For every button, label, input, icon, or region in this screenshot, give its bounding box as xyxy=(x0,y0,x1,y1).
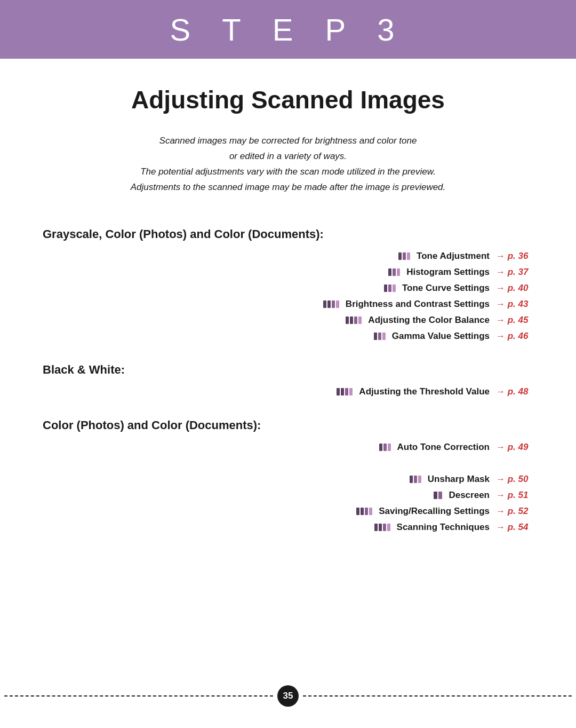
item-page: → p. 36 xyxy=(496,251,533,262)
item-icon xyxy=(398,252,410,260)
item-label: Adjusting the Color Balance xyxy=(368,315,490,326)
list-item: Tone Curve Settings → p. 40 xyxy=(43,283,533,294)
list-item: Tone Adjustment → p. 36 xyxy=(43,251,533,262)
item-label: Adjusting the Threshold Value xyxy=(359,386,490,397)
bottom-bar: 35 xyxy=(0,685,576,707)
item-icon xyxy=(374,524,390,531)
item-icon xyxy=(356,508,372,515)
page-number: 35 xyxy=(277,685,299,707)
list-item: Gamma Value Settings → p. 46 xyxy=(43,331,533,342)
item-icon xyxy=(384,284,396,292)
item-page: → p. 51 xyxy=(496,490,533,501)
list-item: Brightness and Contrast Settings → p. 43 xyxy=(43,299,533,310)
item-page: → p. 40 xyxy=(496,283,533,294)
list-item: Adjusting the Threshold Value → p. 48 xyxy=(43,386,533,397)
item-label: Brightness and Contrast Settings xyxy=(346,299,490,310)
header-bar: S T E P 3 xyxy=(0,0,576,59)
grayscale-items: Tone Adjustment → p. 36 Histogram Settin… xyxy=(43,251,533,342)
list-item: Histogram Settings → p. 37 xyxy=(43,267,533,278)
item-icon xyxy=(379,444,391,451)
item-icon xyxy=(374,333,386,340)
item-page: → p. 49 xyxy=(496,442,533,453)
step-title: S T E P 3 xyxy=(170,12,406,48)
item-icon xyxy=(346,316,362,324)
item-page: → p. 45 xyxy=(496,315,533,326)
item-page: → p. 50 xyxy=(496,474,533,485)
item-label: Gamma Value Settings xyxy=(392,331,490,342)
item-label: Descreen xyxy=(449,490,490,501)
intro-line-4: Adjustments to the scanned image may be … xyxy=(43,180,533,195)
page-title: Adjusting Scanned Images xyxy=(43,85,533,114)
section-grayscale-title: Grayscale, Color (Photos) and Color (Doc… xyxy=(43,227,533,241)
item-page: → p. 43 xyxy=(496,299,533,310)
item-icon xyxy=(388,268,400,276)
dash-line-left xyxy=(4,695,273,697)
item-label: Unsharp Mask xyxy=(428,474,490,485)
item-label: Auto Tone Correction xyxy=(397,442,490,453)
item-label: Tone Adjustment xyxy=(417,251,490,262)
item-page: → p. 54 xyxy=(496,522,533,533)
list-item: Unsharp Mask → p. 50 xyxy=(43,474,533,485)
item-page: → p. 48 xyxy=(496,386,533,397)
section-bw-title: Black & White: xyxy=(43,363,533,377)
bw-items: Adjusting the Threshold Value → p. 48 xyxy=(43,386,533,397)
dash-line-right xyxy=(303,695,572,697)
item-icon xyxy=(337,388,353,395)
list-item: Descreen → p. 51 xyxy=(43,490,533,501)
item-icon xyxy=(323,300,339,308)
list-item: Saving/Recalling Settings → p. 52 xyxy=(43,506,533,517)
color-items: Auto Tone Correction → p. 49 xyxy=(43,442,533,453)
item-label: Scanning Techniques xyxy=(397,522,490,533)
item-icon xyxy=(434,492,442,499)
section-color: Color (Photos) and Color (Documents): Au… xyxy=(43,418,533,453)
section-bw: Black & White: Adjusting the Threshold V… xyxy=(43,363,533,397)
item-label: Saving/Recalling Settings xyxy=(379,506,490,517)
intro-line-3: The potential adjustments vary with the … xyxy=(43,164,533,180)
other-items: Unsharp Mask → p. 50 Descreen → p. 51 xyxy=(43,474,533,533)
intro-line-1: Scanned images may be corrected for brig… xyxy=(43,133,533,149)
section-grayscale: Grayscale, Color (Photos) and Color (Doc… xyxy=(43,227,533,342)
section-color-title: Color (Photos) and Color (Documents): xyxy=(43,418,533,432)
item-page: → p. 46 xyxy=(496,331,533,342)
item-page: → p. 37 xyxy=(496,267,533,278)
intro-text: Scanned images may be corrected for brig… xyxy=(43,133,533,195)
item-label: Tone Curve Settings xyxy=(402,283,490,294)
item-page: → p. 52 xyxy=(496,506,533,517)
item-icon xyxy=(410,476,421,483)
list-item: Auto Tone Correction → p. 49 xyxy=(43,442,533,453)
main-content: Adjusting Scanned Images Scanned images … xyxy=(0,59,576,543)
list-item: Scanning Techniques → p. 54 xyxy=(43,522,533,533)
item-label: Histogram Settings xyxy=(406,267,490,278)
list-item: Adjusting the Color Balance → p. 45 xyxy=(43,315,533,326)
section-other: Unsharp Mask → p. 50 Descreen → p. 51 xyxy=(43,474,533,490)
intro-line-2: or edited in a variety of ways. xyxy=(43,149,533,164)
